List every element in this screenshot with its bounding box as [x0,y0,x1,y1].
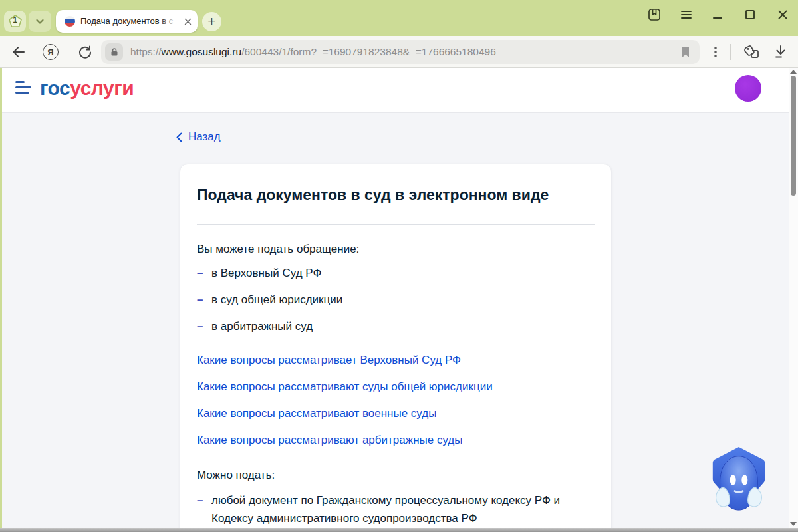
hamburger-menu-icon [680,8,693,21]
yandex-search-button[interactable]: Я [41,43,60,61]
link-supreme-court[interactable]: Какие вопросы рассматривает Верховный Су… [197,354,595,367]
back-button[interactable] [9,43,28,61]
site-menu-icon[interactable] [15,81,33,97]
new-tab-button[interactable]: + [202,12,221,31]
back-link-label: Назад [188,130,221,144]
url-scheme: https:// [130,46,162,57]
close-window-button[interactable] [774,6,791,23]
browser-menu-button[interactable] [678,6,695,23]
bookmark-icon [680,45,692,59]
page-viewport: госуслуги Назад Подача документов в суд … [2,68,798,528]
chevron-left-icon [176,132,182,142]
scroll-down-arrow[interactable] [790,522,797,526]
back-arrow-icon [10,43,27,61]
list-item: –в Верховный Суд РФ [197,267,595,280]
list-item: –в арбитражный суд [197,320,595,333]
toolbar-divider [730,44,731,60]
minimize-icon [711,8,724,21]
bookmarks-panel-icon [647,7,662,22]
russia-flag-favicon [65,16,75,27]
gosuslugi-logo[interactable]: госуслуги [40,77,134,100]
address-bar[interactable]: https://www.gosuslugi.ru/600443/1/form?_… [101,40,700,64]
bookmark-star-button[interactable] [680,45,692,61]
browser-tab-bar: 1 Подача документов в с + [0,0,798,36]
close-icon [776,8,789,21]
window-bottom-edge [0,528,798,532]
assistant-robot-button[interactable] [706,446,771,515]
minimize-button[interactable] [709,6,726,23]
secure-connection-chip[interactable] [105,43,123,61]
page-scrollbar[interactable] [789,68,798,528]
gosuslugi-header: госуслуги [2,68,789,113]
url-path: /600443/1/form?_=1690791823848&_=1766665… [241,46,496,57]
url-text: https://www.gosuslugi.ru/600443/1/form?_… [130,46,496,58]
submit-label: Можно подать: [197,469,595,482]
bookmarks-panel-button[interactable] [646,6,663,23]
page-content: Назад Подача документов в суд в электрон… [2,113,789,528]
tab-title-fade [160,14,182,29]
browser-window: 1 Подача документов в с + [0,0,798,532]
title-divider [197,224,595,225]
download-arrow-icon [772,43,789,61]
downloads-button[interactable] [771,43,790,61]
service-card: Подача документов в суд в электронном ви… [180,164,612,528]
appeal-options-list: –в Верховный Суд РФ –в суд общей юрисдик… [197,267,595,333]
yandex-logo-icon: Я [43,44,59,60]
chevron-down-icon [35,16,45,27]
page-title: Подача документов в суд в электронном ви… [197,186,595,204]
page-actions-button[interactable] [706,43,725,61]
scrollbar-thumb[interactable] [791,76,796,196]
reload-icon [77,44,93,60]
user-avatar[interactable] [735,75,761,102]
maximize-icon [743,8,757,21]
tab-counter-button[interactable]: 1 [4,11,26,32]
link-general-jurisdiction[interactable]: Какие вопросы рассматривают суды общей ю… [197,380,595,394]
tab-counter-value: 1 [4,15,26,25]
scroll-up-arrow[interactable] [790,70,797,74]
dash-bullet: – [197,267,211,280]
url-host: www.gosuslugi.ru [162,46,242,57]
reload-button[interactable] [76,43,94,61]
lock-icon [109,47,120,57]
dash-bullet: – [197,320,211,333]
kebab-menu-icon [709,44,722,60]
back-link[interactable]: Назад [176,130,221,144]
list-item: –любой документ по Гражданскому процессу… [197,491,595,527]
question-links: Какие вопросы рассматривает Верховный Су… [197,354,595,447]
submit-options-list: –любой документ по Гражданскому процессу… [197,491,595,527]
link-arbitration-courts[interactable]: Какие вопросы рассматривают арбитражные … [197,434,595,447]
collections-button[interactable] [739,43,762,61]
active-tab[interactable]: Подача документов в с [56,10,198,33]
collections-icon [741,43,761,61]
intro-text: Вы можете подать обращение: [197,243,595,256]
robot-max-icon [706,446,771,515]
tab-list-dropdown-button[interactable] [29,11,51,32]
dash-bullet: – [197,293,211,307]
browser-toolbar: Я https://www.gosuslugi.ru/600443/1/form… [0,36,798,68]
tab-close-icon[interactable] [183,17,192,26]
link-military-courts[interactable]: Какие вопросы рассматривают военные суды [197,407,595,420]
dash-bullet: – [197,491,211,527]
maximize-button[interactable] [741,6,759,23]
list-item: –в суд общей юрисдикции [197,293,595,307]
